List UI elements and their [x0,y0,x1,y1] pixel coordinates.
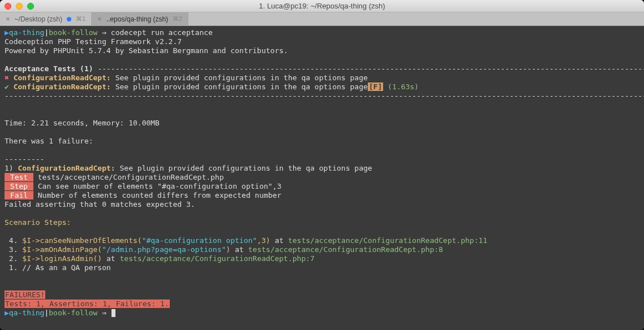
prompt-branch: book-follow [49,309,97,317]
failure-name: ConfigurationReadCept: [18,164,115,172]
fail-text: Number of elements counted differs from … [33,191,281,199]
tab-label: ..epos/qa-thing (zsh) [106,15,168,23]
terminal-window: 1. Luca@pc19: ~/Repos/qa-thing (zsh) × ~… [0,0,644,330]
scenario-title: Scenario Steps: [5,218,71,227]
close-window-button[interactable] [5,3,11,10]
framework-line: Codeception PHP Testing Framework v2.2.7 [5,37,182,46]
step-label: Step [5,182,33,190]
minimize-window-button[interactable] [16,3,23,10]
test-name: ConfigurationReadCept: [14,73,111,82]
phpunit-line: Powered by PHPUnit 5.7.4 by Sebastian Be… [5,46,288,55]
tab-desktop[interactable]: × ~/Desktop (zsh) ⌘1 [0,12,92,25]
step-num: 3. [5,245,22,254]
dashes: --------- [5,155,44,163]
step-at: at [271,236,288,245]
step-location: tests/acceptance/ConfigurationReadCept.p… [120,254,315,263]
test-pass-mark-icon: ✔ [5,82,9,91]
test-label: Test [5,173,33,181]
failure-count-line: There was 1 failure: [5,137,93,145]
step-num: 4. [5,236,22,245]
activity-dot-icon [67,17,71,21]
prompt-arrow-icon: ⇒ [102,309,106,317]
fail-label: Fail [5,191,33,199]
tab-label: ~/Desktop (zsh) [15,15,62,23]
prompt-caret-icon: ▶ [5,28,9,37]
step-code: ) [226,245,230,254]
test-time: (1.63s) [383,82,419,91]
prompt-branch: book-follow [49,28,97,37]
step-text: Can see number of elements "#qa-configur… [33,182,281,190]
traffic-lights [5,3,34,10]
zoom-window-button[interactable] [27,3,34,10]
step-at: at [102,254,119,263]
test-desc: See plugin provided configurations in th… [111,82,368,91]
test-name: ConfigurationReadCept: [14,82,111,91]
step-code: ,3) [257,236,270,245]
section-rule: ----------------------------------------… [97,64,644,73]
timing-line: Time: 2.21 seconds, Memory: 10.00MB [5,119,160,127]
step-literal: "#qa-configuration option" [142,236,257,245]
prompt-command: codecept run acceptance [106,28,213,37]
step-code: $I->amOnAdminPage( [22,245,102,254]
tab-bar: × ~/Desktop (zsh) ⌘1 × ..epos/qa-thing (… [0,12,644,26]
step-code: $I->loginAsAdmin() [22,254,102,263]
failure-desc: See plugin provided configurations in th… [115,164,372,172]
step-num: 2. [5,254,22,263]
tab-shortcut: ⌘1 [76,15,85,23]
terminal-body[interactable]: ▶qa-thing|book-follow ⇒ codecept run acc… [0,26,644,330]
step-code: $I->canSeeNumberOfElements( [22,236,141,245]
test-fail-mark-icon: ✖ [5,73,9,82]
summary-counts: Tests: 1, Assertions: 1, Failures: 1. [5,299,170,308]
prompt-repo: qa-thing [9,28,45,37]
assert-text: Failed asserting that 0 matches expected… [5,200,195,209]
prompt-caret-icon: ▶ [5,309,9,317]
failures-banner: FAILURES! [5,290,45,299]
step-num: 1. [5,263,22,272]
close-tab-icon[interactable]: × [97,15,102,23]
prompt-arrow-icon: ⇒ [102,28,106,37]
step-at: at [230,245,248,254]
cursor [111,309,115,317]
titlebar[interactable]: 1. Luca@pc19: ~/Repos/qa-thing (zsh) [0,0,644,12]
step-comment: // As an a QA person [22,263,111,272]
test-badge: [F] [368,82,383,91]
tab-qa-thing[interactable]: × ..epos/qa-thing (zsh) ⌘2 [92,12,188,25]
step-location: tests/acceptance/ConfigurationReadCept.p… [248,245,443,254]
close-tab-icon[interactable]: × [6,15,10,23]
step-literal: "/admin.php?page=qa-options" [102,245,226,254]
window-title: 1. Luca@pc19: ~/Repos/qa-thing (zsh) [0,2,644,10]
prompt-repo: qa-thing [9,309,45,317]
step-location: tests/acceptance/ConfigurationReadCept.p… [288,236,487,245]
divider: ----------------------------------------… [5,92,644,100]
failure-num: 1) [5,164,18,172]
tab-shortcut: ⌘2 [173,15,182,23]
section-title: Acceptance Tests (1) [5,64,97,73]
test-desc: See plugin provided configurations in th… [111,73,368,82]
test-path: tests/acceptance/ConfigurationReadCept.p… [33,173,224,181]
